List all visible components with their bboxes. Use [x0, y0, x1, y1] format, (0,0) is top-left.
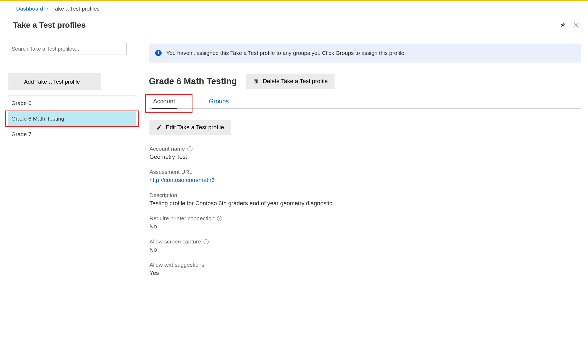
pin-icon[interactable]	[559, 22, 566, 28]
plus-icon: ＋	[13, 77, 20, 86]
label-text: Allow text suggestions	[149, 262, 204, 268]
delete-profile-button[interactable]: Delete Take a Test profile	[246, 74, 335, 89]
delete-profile-label: Delete Take a Test profile	[263, 78, 328, 85]
info-banner: i You haven't assigned this Take a Test …	[149, 44, 581, 63]
tab-account[interactable]: Account	[152, 98, 176, 109]
header-actions	[559, 22, 580, 28]
detail-pane: i You haven't assigned this Take a Test …	[141, 36, 588, 363]
field-value-screen-capture: No	[149, 246, 581, 253]
field-label-text-suggestions: Allow text suggestions	[149, 262, 581, 268]
info-icon: i	[155, 50, 162, 56]
tab-groups[interactable]: Groups	[208, 98, 230, 109]
edit-profile-button[interactable]: Edit Take a Test profile	[149, 120, 231, 135]
info-icon[interactable]: i	[204, 239, 209, 244]
field-label-description: Description	[149, 192, 581, 198]
chevron-right-icon: ›	[47, 6, 49, 12]
search-input[interactable]	[8, 43, 126, 55]
label-text: Require printer connection	[149, 215, 214, 222]
tabs: Account Groups	[149, 98, 581, 109]
breadcrumb: Dashboard › Take a Test profiles	[0, 1, 588, 15]
page-header: Take a Test profiles	[0, 15, 588, 36]
sidebar-item-grade-6[interactable]: Grade 6	[8, 95, 136, 111]
sidebar-item-label: Grade 7	[11, 131, 31, 137]
sidebar-item-label: Grade 6	[11, 100, 31, 106]
pencil-icon	[156, 124, 162, 130]
add-profile-button[interactable]: ＋ Add Take a Test profile	[8, 73, 101, 90]
field-label-screen-capture: Allow screen capture i	[149, 238, 581, 245]
info-icon[interactable]: i	[187, 146, 192, 151]
label-text: Assessment URL	[149, 169, 192, 175]
info-icon[interactable]: i	[217, 216, 222, 221]
breadcrumb-current: Take a Test profiles	[52, 6, 100, 12]
sidebar: ＋ Add Take a Test profile Grade 6 Grade …	[0, 36, 141, 363]
profile-list: Grade 6 Grade 6 Math Testing Grade 7	[8, 95, 136, 142]
close-icon[interactable]	[573, 22, 580, 28]
svg-rect-3	[254, 80, 258, 80]
field-label-assessment-url: Assessment URL	[149, 169, 581, 175]
label-text: Description	[149, 192, 177, 198]
field-label-account-name: Account name i	[149, 146, 581, 152]
field-label-printer: Require printer connection i	[149, 215, 581, 222]
svg-rect-7	[257, 81, 257, 83]
svg-rect-5	[255, 81, 256, 83]
breadcrumb-root-link[interactable]: Dashboard	[16, 6, 43, 12]
tab-label: Groups	[209, 98, 229, 105]
sidebar-item-grade-6-math[interactable]: Grade 6 Math Testing	[8, 111, 136, 127]
svg-rect-4	[255, 79, 257, 79]
sidebar-item-label: Grade 6 Math Testing	[11, 116, 64, 122]
svg-rect-6	[256, 81, 256, 83]
page-title: Take a Test profiles	[13, 21, 86, 30]
field-value-account-name: Geometry Test	[149, 154, 581, 160]
field-value-text-suggestions: Yes	[149, 270, 581, 276]
detail-title: Grade 6 Math Testing	[149, 76, 237, 86]
label-text: Account name	[149, 146, 185, 152]
field-value-printer: No	[149, 223, 581, 230]
info-banner-text: You haven't assigned this Take a Test pr…	[166, 50, 406, 56]
label-text: Allow screen capture	[149, 238, 201, 245]
edit-profile-label: Edit Take a Test profile	[166, 124, 224, 131]
assessment-url-link[interactable]: http://contoso.com/math6	[149, 177, 215, 183]
field-value-assessment-url: http://contoso.com/math6	[149, 177, 581, 184]
field-value-description: Testing profile for Contoso 6th graders …	[149, 200, 581, 207]
tab-label: Account	[153, 98, 175, 105]
add-profile-label: Add Take a Test profile	[24, 79, 80, 85]
detail-title-row: Grade 6 Math Testing Delete Take a Test …	[149, 74, 581, 89]
trash-icon	[253, 78, 259, 84]
account-content: Edit Take a Test profile Account name i …	[149, 109, 581, 276]
sidebar-item-grade-7[interactable]: Grade 7	[8, 127, 136, 142]
